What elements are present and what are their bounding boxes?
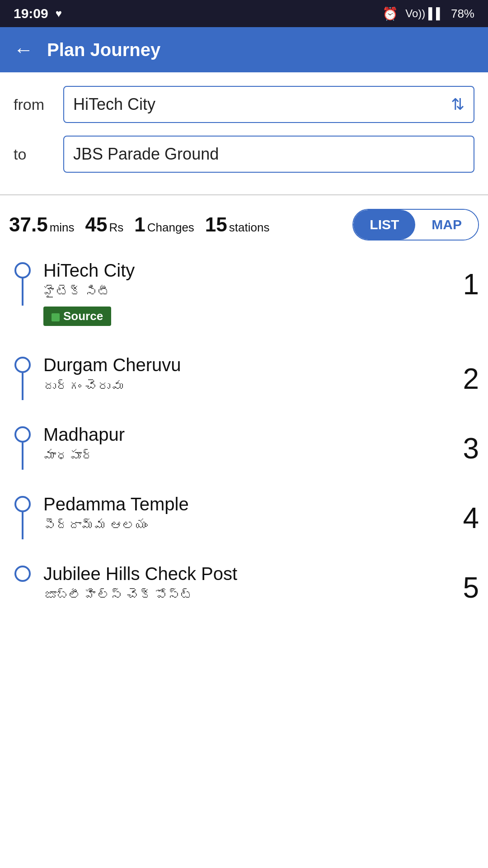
to-input[interactable]: JBS Parade Ground [73,145,465,164]
status-time: 19:09 [14,6,48,21]
station-content: Madhapur మాధపూర్ [36,423,452,464]
station-dot [14,566,31,582]
badge-icon [52,313,60,321]
changes-value: 1 [134,213,145,236]
station-connector [22,278,23,306]
station-content: Jubilee Hills Check Post జూబ్లీ హిల్స్ చ… [36,562,452,604]
list-item: Durgam Cheruvu దుర్గం చెరువు 2 [9,353,479,423]
from-label: from [14,96,63,113]
page-title: Plan Journey [47,40,160,60]
station-name-en: Jubilee Hills Check Post [43,562,452,585]
station-line-col [9,259,36,278]
station-name-te: మాధపూర్ [43,448,452,464]
station-number: 1 [452,268,479,301]
form-divider [0,194,488,195]
station-name-te: పెద్దామ్మ ఆలయం [43,518,452,534]
swap-icon[interactable]: ⇅ [451,95,465,114]
heart-icon: ♥ [56,7,62,20]
station-name-te: హైటెక్ సిటీ [43,284,452,300]
view-toggle[interactable]: LIST MAP [352,209,479,241]
station-connector [22,443,23,470]
from-row: from HiTech City ⇅ [14,86,474,123]
to-label: to [14,146,63,163]
station-connector [22,512,23,539]
header: ← Plan Journey [0,27,488,72]
station-name-en: Pedamma Temple [43,492,452,516]
battery-indicator: 78% [451,7,474,21]
station-number: 5 [452,571,479,604]
station-list: HiTech City హైటెక్ సిటీ Source 1 Durgam … [0,250,488,632]
station-content: Pedamma Temple పెద్దామ్మ ఆలయం [36,492,452,534]
station-dot [14,426,31,443]
list-item: Madhapur మాధపూర్ 3 [9,423,479,492]
journey-form: from HiTech City ⇅ to JBS Parade Ground [0,72,488,190]
source-badge: Source [43,307,111,326]
station-dot [14,262,31,278]
station-number: 3 [452,432,479,465]
station-line-col [9,562,36,582]
from-input-wrapper[interactable]: HiTech City ⇅ [63,86,474,123]
station-number: 4 [452,501,479,535]
map-view-button[interactable]: MAP [415,210,478,240]
station-name-en: Durgam Cheruvu [43,353,452,377]
time-unit: mins [50,221,75,235]
station-content: Durgam Cheruvu దుర్గం చెరువు [36,353,452,395]
list-item: HiTech City హైటెక్ సిటీ Source 1 [9,259,479,353]
station-dot [14,357,31,373]
station-name-te: దుర్గం చెరువు [43,378,452,395]
cost-unit: Rs [109,221,124,235]
from-input[interactable]: HiTech City [73,95,446,114]
back-button[interactable]: ← [14,38,33,61]
list-view-button[interactable]: LIST [353,210,415,240]
stations-unit: stations [229,221,270,235]
status-icons: ⏰ Vo)) ▌▌ 78% [382,6,474,21]
station-name-en: Madhapur [43,423,452,446]
station-name-te: జూబ్లీ హిల్స్ చెక్ పోస్ట్ [43,587,452,604]
station-connector [22,373,23,400]
changes-summary: 1 Changes [134,213,194,236]
to-row: to JBS Parade Ground [14,136,474,173]
station-dot [14,496,31,512]
journey-summary: 37.5 mins 45 Rs 1 Changes 15 stations LI… [0,204,488,250]
cost-value: 45 [85,213,108,236]
changes-unit: Changes [147,221,194,235]
alarm-icon: ⏰ [382,6,398,21]
signal-icon: Vo)) ▌▌ [405,7,444,20]
stations-value: 15 [205,213,227,236]
station-line-col [9,353,36,373]
list-item: Jubilee Hills Check Post జూబ్లీ హిల్స్ చ… [9,562,479,632]
station-line-col [9,492,36,512]
station-content: HiTech City హైటెక్ సిటీ Source [36,259,452,326]
cost-summary: 45 Rs [85,213,124,236]
list-item: Pedamma Temple పెద్దామ్మ ఆలయం 4 [9,492,479,562]
station-number: 2 [452,362,479,396]
time-summary: 37.5 mins [9,213,75,236]
station-name-en: HiTech City [43,259,452,282]
station-line-col [9,423,36,443]
time-value: 37.5 [9,213,48,236]
stations-summary: 15 stations [205,213,270,236]
to-input-wrapper[interactable]: JBS Parade Ground [63,136,474,173]
status-bar: 19:09 ♥ ⏰ Vo)) ▌▌ 78% [0,0,488,27]
